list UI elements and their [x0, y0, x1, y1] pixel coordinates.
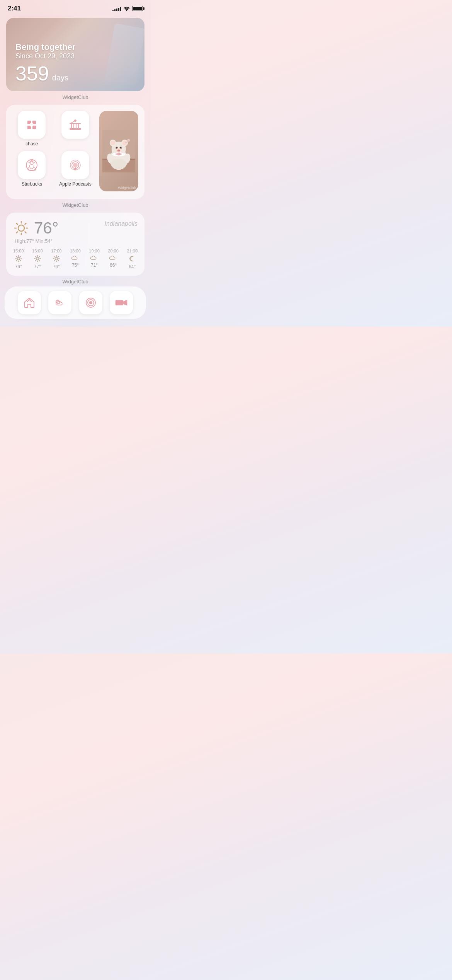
weather-hour-1800: 18:00 75°: [70, 249, 81, 269]
hour-icon-cloud-2000: [109, 255, 117, 261]
weather-hour-1600: 16:00 77°: [32, 249, 43, 269]
hour-temp-1500: 76°: [15, 264, 22, 269]
svg-rect-99: [116, 300, 123, 305]
svg-line-78: [35, 260, 36, 261]
battery-icon: [132, 6, 143, 11]
weather-hour-2000: 20:00 66°: [108, 249, 119, 269]
together-days: 359: [15, 63, 49, 84]
weather-widget: 76° High:77° Min:54° Indianapolis 15:00 …: [6, 213, 144, 276]
apps-left: chase: [12, 111, 95, 187]
svg-point-88: [55, 257, 58, 260]
status-time: 2:41: [8, 5, 21, 12]
svg-point-12: [75, 120, 76, 121]
dock-item-home[interactable]: [18, 291, 41, 314]
starbucks-icon-container: [18, 151, 46, 179]
hour-icon-cloud-1800: [71, 255, 80, 261]
weather-hour-2100: 21:00 64°: [127, 249, 138, 269]
svg-point-52: [120, 159, 126, 166]
weather-hourly: 15:00 76° 16:00 77° 17:00 76°: [13, 249, 138, 269]
hour-time-1500: 15:00: [13, 249, 24, 253]
dock-item-target[interactable]: [79, 291, 102, 314]
app-grid: chase: [12, 111, 138, 191]
svg-rect-5: [30, 123, 33, 126]
weather-sun-icon: [13, 220, 29, 236]
hour-icon-sun-1700: [53, 255, 60, 262]
svg-line-58: [25, 232, 26, 233]
podcasts-icon-container: [61, 151, 89, 179]
starbucks-icon: [23, 157, 40, 174]
wifi-icon: [124, 6, 130, 11]
svg-marker-100: [123, 300, 127, 305]
status-icons: [112, 6, 143, 11]
svg-point-98: [89, 301, 92, 304]
dock: [5, 286, 146, 319]
app-section: chase: [6, 105, 144, 199]
bank-icon: [67, 116, 84, 133]
svg-point-32: [110, 141, 115, 145]
svg-point-70: [17, 257, 20, 260]
podcasts-label: Apple Podcasts: [59, 181, 91, 187]
weather-hour-1700: 17:00 76°: [51, 249, 62, 269]
widgetclub-label-2: WidgetClub: [6, 202, 144, 208]
podcasts-icon: [67, 157, 84, 174]
weather-hour-1500: 15:00 76°: [13, 249, 24, 269]
svg-point-47: [126, 141, 127, 143]
svg-line-60: [17, 232, 18, 233]
svg-point-61: [18, 225, 24, 231]
svg-point-49: [128, 140, 129, 141]
svg-line-84: [54, 256, 55, 257]
hour-icon-sun-1500: [15, 255, 22, 262]
status-bar: 2:41: [0, 0, 151, 15]
weather-dock-icon: [53, 297, 66, 308]
app-item-bank[interactable]: [56, 111, 95, 147]
together-content: Being together Since Oct 29, 2023 359 da…: [15, 42, 75, 84]
svg-point-40: [117, 150, 120, 152]
bank-icon-container: [61, 111, 89, 139]
together-days-label: days: [52, 73, 68, 82]
home-icon: [23, 297, 36, 309]
svg-line-57: [17, 223, 18, 225]
app-item-starbucks[interactable]: Starbucks: [12, 151, 51, 187]
svg-line-76: [39, 260, 40, 261]
scroll-content[interactable]: Being together Since Oct 29, 2023 359 da…: [0, 15, 151, 286]
svg-line-75: [35, 256, 36, 257]
svg-point-89: [56, 300, 60, 304]
svg-line-86: [58, 256, 59, 257]
svg-line-85: [58, 260, 59, 261]
svg-point-51: [112, 159, 118, 166]
svg-line-59: [25, 223, 26, 225]
chase-icon-container: [18, 111, 46, 139]
bear-widget-label: WidgetClub: [118, 186, 136, 190]
target-icon: [85, 297, 97, 309]
dock-item-video[interactable]: [110, 291, 133, 314]
weather-city: Indianapolis: [105, 220, 138, 227]
app-item-podcasts[interactable]: Apple Podcasts: [56, 151, 95, 187]
svg-line-77: [39, 256, 40, 257]
dock-item-weather[interactable]: [48, 291, 71, 314]
widgetclub-label-1: WidgetClub: [6, 94, 144, 100]
video-icon: [115, 297, 128, 308]
weather-hour-1900: 19:00 71°: [89, 249, 100, 269]
chase-icon: [23, 116, 40, 133]
bear-illustration: [102, 126, 135, 176]
together-title: Being together: [15, 42, 75, 52]
svg-line-66: [16, 256, 17, 257]
svg-line-94: [56, 300, 56, 301]
svg-point-20: [73, 163, 77, 167]
starbucks-label: Starbucks: [22, 181, 42, 187]
svg-line-67: [20, 260, 21, 261]
hour-icon-sun-1600: [34, 255, 41, 262]
svg-line-68: [20, 256, 21, 257]
weather-temp: 76°: [34, 219, 59, 237]
weather-highlow: High:77° Min:54°: [15, 238, 59, 244]
chase-label: chase: [25, 141, 38, 147]
together-subtitle: Since Oct 29, 2023: [15, 52, 75, 60]
svg-line-95: [59, 303, 60, 304]
bear-photo-widget: WidgetClub: [99, 111, 138, 191]
widgetclub-label-3: WidgetClub: [6, 279, 144, 285]
signal-icon: [112, 6, 121, 11]
being-together-widget[interactable]: Being together Since Oct 29, 2023 359 da…: [6, 18, 144, 91]
hour-icon-moon-2100: [129, 255, 136, 262]
svg-line-87: [54, 260, 55, 261]
app-item-chase[interactable]: chase: [12, 111, 51, 147]
